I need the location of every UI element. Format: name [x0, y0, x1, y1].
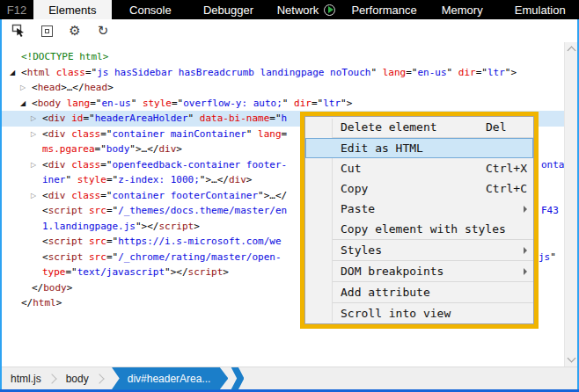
refresh-icon[interactable]: ↻ [95, 23, 111, 39]
code-segment: </ [21, 297, 33, 309]
devtools-body: ⚙ ↻ <!DOCTYPE html>◢<html class="js hasS… [0, 19, 579, 389]
dom-tree-row[interactable]: ▷<head>…</head> [2, 80, 577, 96]
code-segment: overflow-y: auto; [183, 98, 282, 109]
code-segment: =" [269, 113, 281, 124]
code-segment: < [32, 82, 38, 93]
code-segment: div [158, 143, 176, 155]
f12-logo[interactable]: F12 [0, 0, 33, 19]
code-segment: onta [541, 159, 565, 171]
vertical-scrollbar[interactable] [564, 42, 577, 367]
code-segment: dir [458, 67, 476, 78]
breadcrumb-item-active[interactable]: div#headerArea... [112, 367, 229, 390]
settings-gear-icon[interactable]: ⚙ [67, 23, 83, 39]
menu-item-label: Copy [341, 182, 368, 195]
context-menu-item-copy-element-with-styles[interactable]: Copy element with styles [305, 219, 533, 239]
expand-arrow-icon[interactable]: ▷ [20, 80, 26, 96]
breadcrumb-item-html-js[interactable]: html.js [2, 373, 50, 385]
code-line: <html class="js hasSidebar hasBreadcrumb… [21, 65, 517, 81]
code-segment: dir [294, 98, 311, 109]
code-segment: src [89, 251, 106, 263]
code-segment: < [42, 128, 48, 140]
scrollbar-down-arrow-icon[interactable] [568, 354, 576, 363]
code-segment: body [106, 143, 130, 155]
expand-arrow-icon[interactable]: ▷ [31, 188, 36, 204]
code-segment: container footerContainer [113, 190, 259, 201]
code-segment: lang [67, 98, 91, 109]
code-segment: = [282, 128, 288, 140]
code-fragment-right-of-menu: F43 [541, 203, 559, 219]
code-line: 1.landingpage.js"></script> [42, 219, 200, 235]
context-menu-item-edit-as-html[interactable]: Edit as HTML [305, 138, 533, 158]
code-segment: < [42, 190, 48, 201]
code-segment: < [32, 98, 38, 109]
menu-item-shortcut: Del [486, 120, 506, 134]
breadcrumb-item-body[interactable]: body [57, 373, 98, 385]
code-segment: en-us [417, 67, 446, 78]
scrollbar-up-arrow-icon[interactable] [568, 47, 576, 55]
collapse-arrow-icon[interactable]: ◢ [10, 65, 15, 81]
code-segment: =" [476, 67, 487, 78]
tab-label: Memory [442, 4, 483, 17]
code-segment: " [447, 67, 458, 78]
code-segment: div [48, 159, 66, 171]
code-segment: body [43, 282, 67, 294]
code-segment [50, 67, 56, 78]
context-menu-item-styles[interactable]: Styles [305, 240, 533, 260]
select-element-icon[interactable] [11, 23, 26, 39]
code-segment: =" [311, 98, 323, 109]
code-segment: " [370, 67, 382, 78]
code-line: <div class="container mainContainer" lan… [42, 127, 287, 142]
code-segment: class [71, 190, 100, 201]
collapse-arrow-icon[interactable]: ◢ [20, 96, 26, 112]
code-segment: js hasSidebar hasBreadcrumb landingpage … [97, 67, 370, 78]
code-segment: head [38, 82, 62, 93]
dom-tree-row[interactable]: ◢<html class="js hasSidebar hasBreadcrum… [2, 65, 577, 81]
elements-toolbar: ⚙ ↻ [2, 19, 577, 42]
code-segment: ">…</ [129, 143, 158, 155]
context-menu-item-scroll-into-view[interactable]: Scroll into view [305, 303, 533, 323]
code-segment: div [48, 113, 66, 124]
context-menu-highlight-box: Delete elementDelEdit as HTMLCutCtrl+XCo… [300, 112, 539, 329]
menu-item-label: Copy element with styles [341, 222, 506, 236]
expand-arrow-icon[interactable]: ▷ [31, 157, 36, 173]
code-segment: script [188, 266, 224, 278]
code-segment: " [550, 251, 556, 263]
code-line: <head>…</head> [32, 80, 114, 96]
menu-item-label: Cut [341, 162, 361, 175]
code-line: <div id="headerAreaHolder" data-bi-name=… [42, 111, 287, 127]
dom-tree-row[interactable]: <!DOCTYPE html> [2, 49, 577, 65]
context-menu-item-dom-breakpoints[interactable]: DOM breakpoints [305, 261, 533, 281]
code-line: iner" style="z-index: 1000;">…</div> [42, 172, 252, 188]
tab-network[interactable]: Network [268, 0, 346, 19]
tab-label: Performance [351, 4, 416, 17]
tab-performance[interactable]: Performance [345, 0, 423, 19]
tab-label: Network [277, 4, 319, 17]
code-segment: 1.landingpage.js [42, 221, 136, 232]
code-segment: > [223, 266, 229, 278]
code-segment: iner [42, 174, 66, 185]
highlight-element-icon[interactable] [39, 23, 55, 39]
breadcrumb: html.jsbodydiv#headerArea... [2, 367, 577, 389]
context-menu-item-paste[interactable]: Paste [305, 199, 533, 219]
code-line: </html> [21, 295, 62, 311]
expand-arrow-icon[interactable]: ▷ [31, 111, 36, 127]
code-segment: > [176, 143, 182, 155]
code-line: <div class="container footerContainer">…… [42, 188, 287, 204]
context-menu-item-delete-element[interactable]: Delete elementDel [305, 117, 533, 137]
context-menu-item-copy[interactable]: CopyCtrl+C [305, 178, 533, 199]
code-segment: =" [106, 251, 118, 263]
menu-item-label: Paste [341, 202, 375, 215]
code-segment [83, 236, 89, 247]
menu-item-label: Styles [341, 243, 382, 257]
code-segment: script [48, 251, 84, 263]
code-segment: < [42, 236, 48, 247]
tab-emulation[interactable]: Emulation [501, 0, 579, 19]
context-menu-item-add-attribute[interactable]: Add attribute [305, 282, 533, 302]
context-menu-item-cut[interactable]: CutCtrl+X [305, 158, 533, 178]
expand-arrow-icon[interactable]: ▷ [31, 127, 36, 142]
dom-tree-row[interactable]: ◢<body lang="en-us" style="overflow-y: a… [2, 96, 577, 112]
tab-debugger[interactable]: Debugger [189, 0, 268, 19]
tab-console[interactable]: Console [112, 0, 190, 19]
tab-memory[interactable]: Memory [423, 0, 502, 19]
tab-elements[interactable]: Elements [33, 0, 112, 19]
